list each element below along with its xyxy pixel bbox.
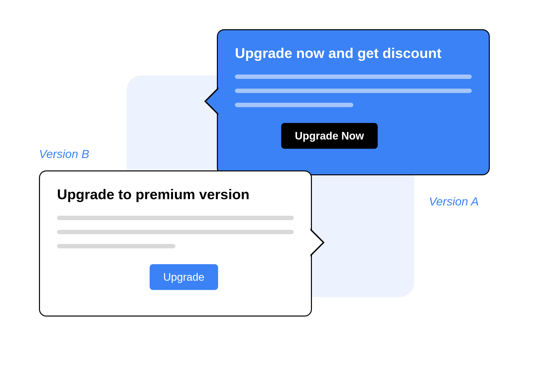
- speech-pointer-icon: [206, 89, 219, 114]
- card-b-title: Upgrade to premium version: [57, 186, 294, 202]
- speech-pointer-icon: [310, 230, 323, 255]
- version-a-label: Version A: [429, 195, 479, 208]
- ab-test-diagram: Version B Version A Upgrade now and get …: [24, 19, 516, 373]
- card-a-title: Upgrade now and get discount: [235, 45, 472, 61]
- placeholder-line: [57, 216, 294, 220]
- placeholder-line: [235, 75, 472, 79]
- placeholder-line: [57, 230, 294, 234]
- version-b-label: Version B: [39, 147, 89, 161]
- placeholder-line: [235, 89, 472, 93]
- placeholder-line: [235, 103, 353, 107]
- version-b-card: Upgrade to premium version Upgrade: [39, 170, 312, 317]
- placeholder-line: [57, 244, 175, 248]
- upgrade-button[interactable]: Upgrade: [150, 264, 218, 290]
- version-a-card: Upgrade now and get discount Upgrade Now: [217, 29, 490, 175]
- upgrade-now-button[interactable]: Upgrade Now: [281, 123, 378, 149]
